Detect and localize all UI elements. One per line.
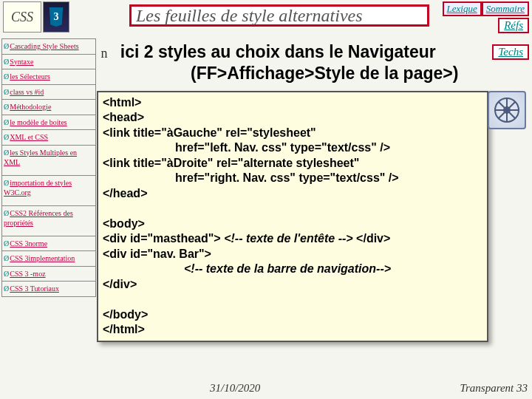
sidebar-item[interactable]: Øimportation de styles W3C.org bbox=[1, 176, 96, 206]
refs-link[interactable]: Réfs bbox=[498, 18, 529, 33]
sidebar-item[interactable]: Øles Styles Multiples en XML bbox=[1, 146, 96, 176]
sidebar-item[interactable]: ØMéthodologie bbox=[1, 100, 96, 115]
sidebar-item[interactable]: ØCSS 3implementation bbox=[1, 251, 96, 267]
logo-block: CSS 3 bbox=[3, 1, 90, 33]
slide-heading: n ici 2 styles au choix dans le Navigate… bbox=[98, 41, 502, 84]
sidebar-item[interactable]: ØCSS 3 Tutoriaux bbox=[1, 282, 96, 297]
sidebar-item[interactable]: ØCSS 3 -moz bbox=[1, 267, 96, 282]
sidebar-item[interactable]: Øles Sélecteurs bbox=[1, 69, 96, 85]
sidebar-nav: ØCascading Style Sheets ØSyntaxe Øles Sé… bbox=[1, 38, 96, 386]
wheel-icon bbox=[488, 91, 526, 129]
top-links: Lexique Sommaire bbox=[443, 1, 529, 16]
code-sample: <html> <head> <link title="àGauche" rel=… bbox=[97, 91, 488, 342]
sidebar-item[interactable]: ØCascading Style Sheets bbox=[1, 38, 96, 55]
sidebar-item[interactable]: ØSyntaxe bbox=[1, 55, 96, 70]
sidebar-item[interactable]: ØCSS2 Références des propriétés bbox=[1, 206, 96, 236]
sommaire-link[interactable]: Sommaire bbox=[482, 1, 529, 16]
css3-badge: 3 bbox=[43, 1, 69, 33]
sidebar-item[interactable]: Øclass vs #id bbox=[1, 85, 96, 100]
sidebar-item[interactable]: Øle modèle de boites bbox=[1, 115, 96, 131]
footer-date: 31/10/2020 bbox=[210, 382, 260, 395]
lexique-link[interactable]: Lexique bbox=[443, 1, 482, 16]
sidebar-item[interactable]: ØXML et CSS bbox=[1, 130, 96, 146]
slide-title: Les feuilles de style alternatives bbox=[129, 4, 429, 27]
sidebar-item[interactable]: ØCSS 3norme bbox=[1, 236, 96, 252]
slide-number: Transparent 33 bbox=[460, 382, 528, 395]
css-logo: CSS bbox=[3, 1, 41, 33]
